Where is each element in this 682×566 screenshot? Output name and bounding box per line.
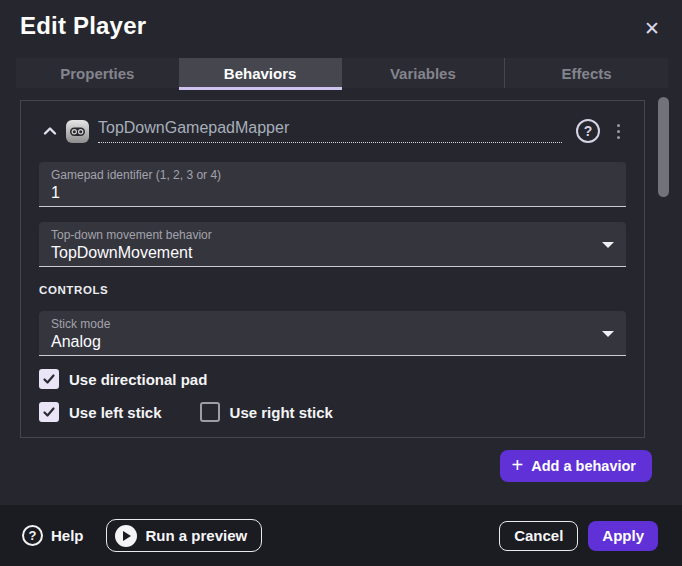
apply-button[interactable]: Apply bbox=[588, 521, 658, 551]
add-behavior-button[interactable]: + Add a behavior bbox=[500, 450, 652, 482]
field-value: Analog bbox=[51, 333, 614, 351]
chevron-down-icon bbox=[602, 331, 614, 337]
scrollbar-thumb[interactable] bbox=[658, 97, 669, 197]
checkbox-label: Use left stick bbox=[69, 404, 162, 421]
run-preview-button[interactable]: Run a preview bbox=[106, 519, 263, 552]
use-left-stick-checkbox[interactable]: Use left stick bbox=[39, 402, 162, 422]
tab-behaviors[interactable]: Behaviors bbox=[179, 58, 342, 88]
help-button[interactable]: ? Help bbox=[22, 525, 84, 546]
run-preview-label: Run a preview bbox=[146, 527, 248, 544]
edit-object-dialog: Edit Player ✕ Properties Behaviors Varia… bbox=[0, 0, 682, 566]
behavior-help-icon[interactable]: ? bbox=[576, 119, 600, 143]
field-label: Stick mode bbox=[51, 317, 614, 331]
field-label: Gamepad identifier (1, 2, 3 or 4) bbox=[51, 168, 614, 182]
dialog-action-bar: ? Help Run a preview Cancel Apply bbox=[0, 505, 682, 566]
field-value: 1 bbox=[51, 184, 614, 202]
behavior-name-field[interactable]: TopDownGamepadMapper bbox=[98, 119, 562, 143]
cancel-button[interactable]: Cancel bbox=[499, 521, 578, 551]
checkbox-icon[interactable] bbox=[200, 402, 220, 422]
help-icon: ? bbox=[22, 525, 43, 546]
collapse-chevron-icon[interactable] bbox=[37, 118, 63, 144]
stick-mode-select[interactable]: Stick mode Analog bbox=[39, 311, 626, 356]
play-icon bbox=[115, 525, 137, 547]
checkbox-label: Use directional pad bbox=[69, 371, 207, 388]
help-label: Help bbox=[51, 527, 84, 544]
behavior-header: TopDownGamepadMapper ? bbox=[37, 115, 628, 147]
checkbox-row: Use directional pad bbox=[39, 369, 626, 389]
behavior-menu-icon[interactable] bbox=[608, 119, 628, 143]
tab-bar: Properties Behaviors Variables Effects bbox=[16, 58, 668, 88]
behaviors-panel: TopDownGamepadMapper ? Gamepad identifie… bbox=[20, 100, 645, 438]
tab-properties[interactable]: Properties bbox=[16, 58, 179, 88]
tab-variables[interactable]: Variables bbox=[342, 58, 505, 88]
add-behavior-label: Add a behavior bbox=[531, 458, 636, 474]
controls-section-title: CONTROLS bbox=[39, 284, 626, 296]
tab-effects[interactable]: Effects bbox=[504, 58, 668, 88]
movement-behavior-select[interactable]: Top-down movement behavior TopDownMoveme… bbox=[39, 222, 626, 267]
page-title: Edit Player bbox=[20, 12, 146, 40]
chevron-down-icon bbox=[602, 242, 614, 248]
gamepad-behavior-icon bbox=[65, 119, 90, 144]
dialog-header: Edit Player ✕ bbox=[0, 0, 682, 56]
plus-icon: + bbox=[512, 455, 524, 475]
gamepad-identifier-field[interactable]: Gamepad identifier (1, 2, 3 or 4) 1 bbox=[39, 162, 626, 207]
checkbox-icon[interactable] bbox=[39, 402, 59, 422]
checkbox-label: Use right stick bbox=[230, 404, 333, 421]
field-value: TopDownMovement bbox=[51, 244, 614, 262]
checkbox-icon[interactable] bbox=[39, 369, 59, 389]
use-right-stick-checkbox[interactable]: Use right stick bbox=[200, 402, 333, 422]
use-directional-pad-checkbox[interactable]: Use directional pad bbox=[39, 369, 207, 389]
close-icon[interactable]: ✕ bbox=[638, 14, 666, 42]
checkbox-row: Use left stick Use right stick bbox=[39, 402, 626, 422]
field-label: Top-down movement behavior bbox=[51, 228, 614, 242]
